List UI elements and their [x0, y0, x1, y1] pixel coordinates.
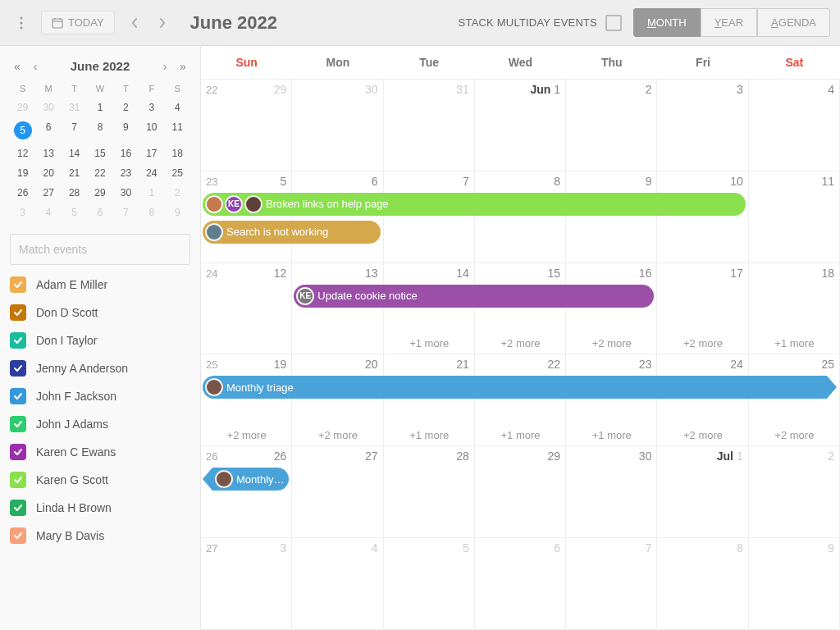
more-link[interactable]: +1 more [749, 337, 840, 349]
mini-day[interactable]: 6 [35, 117, 61, 144]
mini-prev-month[interactable]: ‹ [28, 60, 43, 73]
resource-item[interactable]: Don I Taylor [10, 332, 190, 349]
more-link[interactable]: +2 more [657, 429, 748, 441]
mini-day[interactable]: 13 [35, 144, 61, 163]
day-cell[interactable]: 30 [566, 446, 657, 537]
resource-item[interactable]: Karen G Scott [10, 472, 190, 488]
more-link[interactable]: +1 more [475, 429, 566, 441]
mini-day[interactable]: 9 [113, 117, 139, 144]
day-cell[interactable]: 11 [749, 171, 840, 262]
day-cell[interactable]: 4 [749, 80, 840, 171]
mini-day[interactable]: 9 [165, 203, 190, 222]
mini-day[interactable]: 4 [165, 98, 190, 117]
mini-day[interactable]: 8 [139, 203, 164, 222]
mini-day[interactable]: 27 [35, 183, 61, 203]
mini-day[interactable]: 5 [62, 203, 87, 222]
mini-day[interactable]: 8 [87, 117, 112, 144]
mini-day[interactable]: 4 [35, 203, 61, 222]
day-cell[interactable]: 3 [657, 80, 748, 171]
more-link[interactable]: +2 more [292, 429, 383, 441]
resource-checkbox[interactable] [10, 472, 26, 488]
resource-item[interactable]: Karen C Ewans [10, 444, 190, 460]
mini-day[interactable]: 10 [139, 117, 164, 144]
more-link[interactable]: +2 more [201, 429, 292, 441]
resource-checkbox[interactable] [10, 388, 26, 404]
day-cell[interactable]: Jun1 [475, 80, 566, 171]
mini-day[interactable]: 2 [165, 183, 190, 203]
resource-checkbox[interactable] [10, 500, 26, 516]
day-cell[interactable]: 2 [749, 446, 840, 537]
mini-day[interactable]: 26 [10, 183, 35, 203]
mini-day[interactable]: 18 [165, 144, 190, 163]
resource-item[interactable]: Linda H Brown [10, 500, 190, 516]
day-cell[interactable]: 28 [384, 446, 475, 537]
mini-day[interactable]: 31 [62, 98, 87, 117]
day-cell[interactable]: 8 [657, 538, 748, 629]
day-cell[interactable]: 2 [566, 80, 657, 171]
day-cell[interactable]: 29 [475, 446, 566, 537]
mini-day[interactable]: 7 [62, 117, 87, 144]
mini-day[interactable]: 7 [113, 203, 139, 222]
mini-day[interactable]: 22 [87, 163, 112, 183]
mini-day[interactable]: 5 [10, 117, 35, 144]
day-cell[interactable]: 2412 [201, 263, 292, 354]
resource-checkbox[interactable] [10, 304, 26, 321]
mini-day[interactable]: 16 [113, 144, 139, 163]
more-link[interactable]: +1 more [384, 337, 475, 349]
mini-day[interactable]: 6 [87, 203, 112, 222]
mini-prev-year[interactable]: « [10, 60, 25, 73]
mini-day[interactable]: 29 [87, 183, 112, 203]
mini-day[interactable]: 19 [10, 163, 35, 183]
day-cell[interactable]: 27 [292, 446, 383, 537]
more-link[interactable]: +1 more [566, 429, 657, 441]
event[interactable]: Monthly triage [203, 376, 827, 399]
today-button[interactable]: TODAY [41, 11, 115, 34]
event[interactable]: KEUpdate cookie notice [294, 285, 654, 308]
mini-day[interactable]: 24 [139, 163, 164, 183]
menu-icon[interactable] [10, 11, 33, 34]
mini-day[interactable]: 20 [35, 163, 61, 183]
more-link[interactable]: +2 more [566, 337, 657, 349]
resource-checkbox[interactable] [10, 332, 26, 349]
mini-next-month[interactable]: › [158, 60, 172, 73]
next-month-button[interactable] [151, 11, 174, 34]
resource-item[interactable]: Don D Scott [10, 304, 190, 321]
tab-agenda[interactable]: AGENDA [757, 8, 830, 37]
mini-day[interactable]: 3 [139, 98, 164, 117]
event[interactable]: KEBroken links on help page [203, 193, 746, 216]
day-cell[interactable]: 9 [749, 538, 840, 629]
mini-day[interactable]: 21 [62, 163, 87, 183]
prev-month-button[interactable] [123, 11, 146, 34]
mini-day[interactable]: 2 [113, 98, 139, 117]
day-cell[interactable]: 7 [384, 171, 475, 262]
resource-checkbox[interactable] [10, 360, 26, 377]
mini-next-year[interactable]: » [176, 60, 190, 73]
day-cell[interactable]: 10 [657, 171, 748, 262]
resource-checkbox[interactable] [10, 276, 26, 293]
day-cell[interactable]: 7 [566, 538, 657, 629]
mini-day[interactable]: 3 [10, 203, 35, 222]
day-cell[interactable]: 5 [384, 538, 475, 629]
resource-checkbox[interactable] [10, 444, 26, 460]
mini-day[interactable]: 17 [139, 144, 164, 163]
resource-item[interactable]: John J Adams [10, 416, 190, 432]
tab-year[interactable]: YEAR [701, 8, 757, 37]
mini-day[interactable]: 15 [87, 144, 112, 163]
resource-item[interactable]: John F Jackson [10, 388, 190, 404]
tab-month[interactable]: MONTH [633, 8, 701, 37]
day-cell[interactable]: 30 [292, 80, 383, 171]
day-cell[interactable]: 6 [475, 538, 566, 629]
mini-day[interactable]: 14 [62, 144, 87, 163]
mini-day[interactable]: 25 [165, 163, 190, 183]
day-cell[interactable]: 4 [292, 538, 383, 629]
day-cell[interactable]: 6 [292, 171, 383, 262]
mini-day[interactable]: 30 [113, 183, 139, 203]
resource-item[interactable]: Mary B Davis [10, 527, 190, 544]
day-cell[interactable]: Jul1 [657, 446, 748, 537]
day-cell[interactable]: 273 [201, 538, 292, 629]
day-cell[interactable]: 235 [201, 171, 292, 262]
mini-day[interactable]: 30 [35, 98, 61, 117]
more-link[interactable]: +2 more [657, 337, 748, 349]
mini-day[interactable]: 11 [165, 117, 190, 144]
day-cell[interactable]: 13 [292, 263, 383, 354]
